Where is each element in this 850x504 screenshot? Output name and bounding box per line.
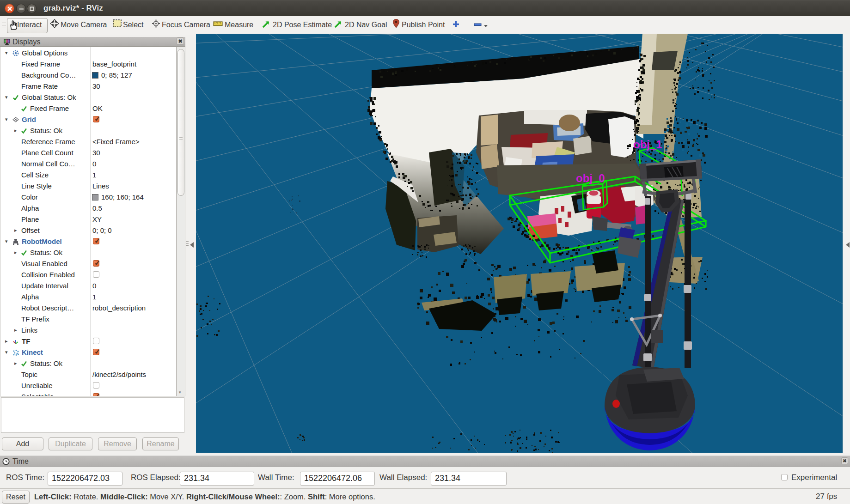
svg-text:obj_0: obj_0 bbox=[576, 172, 605, 184]
svg-text:obj_1: obj_1 bbox=[633, 138, 662, 151]
